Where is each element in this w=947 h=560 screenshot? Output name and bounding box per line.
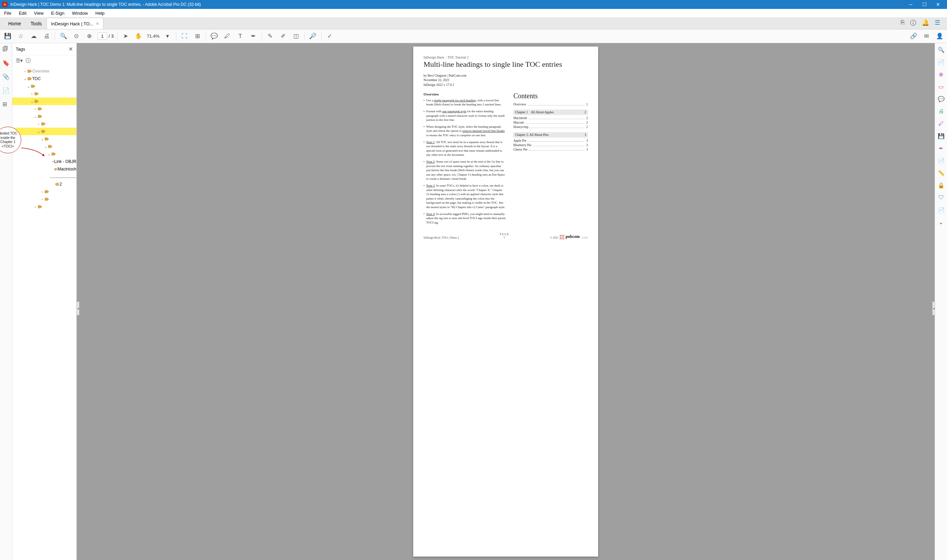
crop-icon[interactable]: ◫ [291,31,301,41]
find-icon[interactable]: 🔎 [308,31,318,41]
page-up-icon[interactable]: ⊙ [72,31,81,41]
tab-document[interactable]: InDesign Hack | TO... × [46,18,103,29]
menu-window[interactable]: Window [71,10,89,17]
bell-icon[interactable]: 🔔 [922,19,929,27]
tag-node[interactable]: ⌄ [12,143,76,150]
chevron-icon[interactable]: › [33,205,38,209]
menu-burger-icon[interactable]: ☰ [935,19,940,27]
layers-icon[interactable]: 📄 [2,87,10,94]
menu-file[interactable]: File [3,10,13,17]
chevron-icon[interactable]: ⌄ [40,137,45,142]
chevron-icon[interactable]: › [40,190,45,194]
highlight-icon[interactable]: 🖊 [223,31,232,41]
chevron-icon[interactable]: ⌄ [46,152,51,157]
zoom-in-icon[interactable]: 🔍 [938,46,945,54]
protect-pdf-icon[interactable]: 🔒 [938,182,945,189]
close-window-button[interactable]: ✕ [931,0,945,9]
menu-help[interactable]: Help [94,10,106,17]
tag-node[interactable]: ⌄ [12,98,76,105]
tags-panel-close-icon[interactable]: ✕ [68,46,73,52]
check-icon[interactable]: ✓ [325,31,334,41]
tag-node[interactable]: › Overview [12,68,76,75]
zoom-level[interactable]: 71.4% [147,34,160,39]
tag-node[interactable]: › [12,188,76,195]
page-current-input[interactable] [98,32,107,40]
convert-icon[interactable]: 📄 [938,206,945,214]
chevron-icon[interactable]: › [36,122,41,126]
tag-node[interactable]: .......................... [12,173,76,180]
collapse-right-handle[interactable]: ◂ [932,302,935,315]
tag-node[interactable]: ⌄ TOC [12,75,76,83]
share-icon[interactable]: ⎘ [901,19,905,27]
edit-pdf-icon[interactable]: 🖊 [938,120,945,127]
tag-node[interactable]: › [12,203,76,211]
fit-width-icon[interactable]: ⛶ [180,31,189,41]
help-icon[interactable]: ⓘ [910,19,916,27]
print-icon[interactable]: 🖨 [42,31,51,41]
tag-node[interactable]: Link - OBJR [12,158,76,165]
search-icon[interactable]: 🔍 [59,31,68,41]
tags-icon[interactable]: ⊞ [2,101,10,108]
link-icon[interactable]: 🔗 [909,31,918,41]
read-mode-icon[interactable]: ⊞ [193,31,202,41]
tag-node[interactable]: ⌄ [12,112,76,120]
shield-icon[interactable]: 🛡 [938,194,945,201]
chevron-icon[interactable]: › [33,107,38,111]
tag-node[interactable]: ⌄ [12,83,76,90]
comment-icon[interactable]: 💬 [209,31,219,41]
person-icon[interactable]: 👤 [935,31,944,41]
tag-node[interactable]: ⌄ [12,150,76,158]
tag-node[interactable]: Macintosh [12,165,76,173]
tag-node[interactable]: › [12,105,76,112]
chevron-icon[interactable]: ⌄ [33,114,38,119]
save-icon[interactable]: 💾 [3,31,12,41]
tab-close-icon[interactable]: × [96,21,99,26]
pointer-icon[interactable]: ➤ [121,31,131,41]
minimize-button[interactable]: ─ [904,0,918,9]
expand-icon[interactable]: ⌄ [938,218,945,226]
tag-node[interactable]: ⌄ [12,135,76,143]
tags-options-icon[interactable]: ☰▾ [16,57,23,64]
tag-node[interactable]: › [12,90,76,98]
menu-esign[interactable]: E-Sign [50,10,66,17]
save-pdf-icon[interactable]: 💾 [938,132,945,140]
tab-home[interactable]: Home [3,18,26,29]
chevron-icon[interactable]: › [29,92,34,96]
cloud-icon[interactable]: ☁ [29,31,38,41]
print-tool-icon[interactable]: 🖨 [938,108,945,115]
zoom-dropdown-icon[interactable]: ▾ [163,31,172,41]
thumbnails-icon[interactable]: 🗐 [2,46,10,54]
collapse-left-handle[interactable]: ◂ [77,302,79,315]
fill-sign-icon[interactable]: ✒ [938,145,945,152]
text-icon[interactable]: T [236,31,245,41]
hand-icon[interactable]: ✋ [134,31,143,41]
measure-icon[interactable]: 📏 [938,169,945,177]
tag-node[interactable]: › [12,195,76,203]
chevron-icon[interactable]: ⌄ [36,129,41,134]
tags-info-icon[interactable]: ⓘ [26,57,31,64]
eraser-icon[interactable]: ✎ [265,31,275,41]
chevron-icon[interactable]: ⌄ [29,99,34,104]
organize-icon[interactable]: ▭ [938,83,945,90]
menu-view[interactable]: View [32,10,45,17]
redact-icon[interactable]: ✐ [278,31,288,41]
chevron-icon[interactable]: › [40,197,45,201]
tag-node[interactable]: 2 [12,180,76,188]
chevron-icon[interactable]: › [23,69,28,73]
page-down-icon[interactable]: ⊕ [85,31,94,41]
add-tool-icon[interactable]: 📄 [938,157,945,164]
tag-node[interactable]: › [12,120,76,128]
export-pdf-icon[interactable]: 📄 [938,58,945,66]
comment-tool-icon[interactable]: 💬 [938,95,945,103]
tab-tools[interactable]: Tools [26,18,46,29]
sign-icon[interactable]: ✒ [249,31,258,41]
document-viewport[interactable]: ◂ InDesign Hack|TOC Tutorial 2 Multi-lin… [77,43,935,560]
mail-icon[interactable]: ✉ [922,31,931,41]
tag-node[interactable]: ⌄ [12,128,76,135]
maximize-button[interactable]: ☐ [918,0,931,9]
star-icon[interactable]: ☆ [16,31,25,41]
bookmark-icon[interactable]: 🔖 [2,60,10,67]
tags-tree-scroll[interactable]: › Overview⌄ TOC⌄›⌄›⌄›⌄⌄⌄⌄Link - OBJRMaci… [12,66,76,560]
chevron-icon[interactable]: ⌄ [43,145,48,149]
accessibility-icon[interactable]: ⊕ [938,71,945,78]
